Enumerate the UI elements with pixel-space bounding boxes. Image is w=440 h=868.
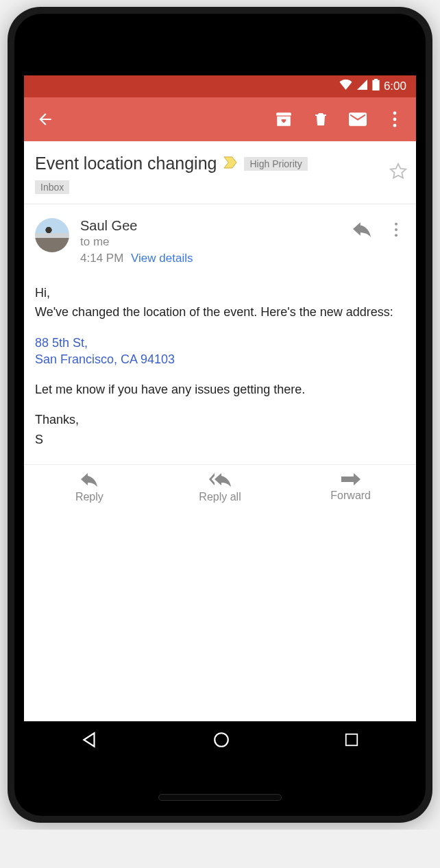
address-line-1: 88 5th St, bbox=[35, 336, 88, 350]
reply-icon-button[interactable] bbox=[353, 221, 371, 239]
sender-block: Saul Gee to me 4:14 PM View details bbox=[24, 204, 416, 271]
address-link[interactable]: 88 5th St, San Francisco, CA 94103 bbox=[35, 335, 405, 368]
back-button[interactable] bbox=[36, 110, 54, 128]
svg-rect-7 bbox=[346, 734, 358, 746]
star-button[interactable] bbox=[389, 162, 408, 184]
archive-button[interactable] bbox=[275, 110, 293, 128]
svg-point-4 bbox=[395, 228, 398, 231]
reply-label: Reply bbox=[75, 491, 103, 503]
wifi-icon bbox=[339, 80, 352, 93]
body-signoff-1: Thanks, bbox=[35, 411, 405, 428]
cell-signal-icon bbox=[356, 80, 368, 93]
app-bar bbox=[24, 97, 416, 141]
phone-speaker-bottom bbox=[158, 794, 282, 801]
subject-area: Event location changing High Priority In… bbox=[24, 141, 416, 204]
recipient-line: to me bbox=[80, 235, 342, 249]
forward-label: Forward bbox=[330, 490, 371, 502]
status-bar: 6:00 bbox=[24, 75, 416, 97]
screen: 6:00 bbox=[24, 75, 416, 761]
body-greeting: Hi, bbox=[35, 285, 405, 301]
reply-all-button[interactable]: Reply all bbox=[155, 473, 286, 503]
sender-name[interactable]: Saul Gee bbox=[80, 218, 342, 234]
mark-unread-button[interactable] bbox=[349, 110, 367, 128]
view-details-link[interactable]: View details bbox=[131, 252, 193, 265]
reply-button[interactable]: Reply bbox=[24, 473, 155, 503]
address-line-2: San Francisco, CA 94103 bbox=[35, 352, 175, 366]
svg-point-5 bbox=[395, 234, 398, 237]
android-nav-bar bbox=[24, 721, 416, 761]
importance-marker-icon[interactable] bbox=[223, 156, 237, 171]
email-body: Hi, We've changed the location of the ev… bbox=[24, 271, 416, 465]
email-time: 4:14 PM bbox=[80, 252, 123, 265]
svg-point-2 bbox=[393, 124, 397, 128]
svg-point-6 bbox=[215, 733, 228, 747]
status-time: 6:00 bbox=[384, 80, 406, 93]
overflow-menu-button[interactable] bbox=[386, 110, 404, 128]
forward-button[interactable]: Forward bbox=[285, 473, 416, 503]
delete-button[interactable] bbox=[312, 110, 330, 128]
body-line-2: Let me know if you have any issues getti… bbox=[35, 381, 405, 398]
sender-avatar[interactable] bbox=[35, 218, 69, 252]
email-subject: Event location changing bbox=[35, 154, 217, 173]
battery-icon bbox=[372, 79, 380, 94]
nav-back-button[interactable] bbox=[81, 731, 99, 751]
nav-home-button[interactable] bbox=[212, 731, 230, 751]
body-line-1: We've changed the location of the event.… bbox=[35, 304, 405, 320]
priority-label-chip[interactable]: High Priority bbox=[244, 157, 307, 171]
action-row: Reply Reply all Forward bbox=[24, 465, 416, 503]
body-signoff-2: S bbox=[35, 431, 405, 448]
reply-all-label: Reply all bbox=[199, 491, 241, 503]
svg-point-1 bbox=[393, 118, 397, 121]
folder-label-chip[interactable]: Inbox bbox=[35, 180, 69, 194]
sender-overflow-button[interactable] bbox=[387, 221, 405, 239]
svg-point-0 bbox=[393, 112, 397, 115]
nav-recent-button[interactable] bbox=[344, 732, 359, 750]
svg-point-3 bbox=[395, 223, 398, 226]
phone-frame: 6:00 bbox=[8, 7, 432, 823]
